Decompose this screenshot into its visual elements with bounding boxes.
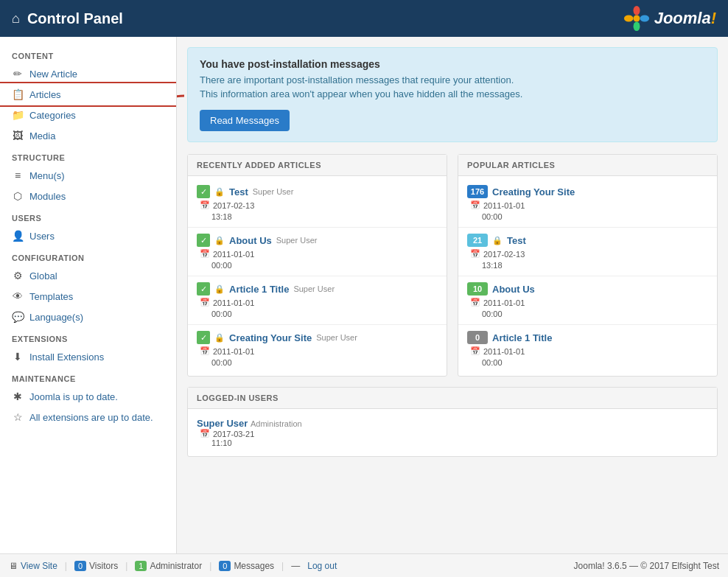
admin-label: Administrator	[150, 561, 202, 571]
article-title[interactable]: About Us	[229, 235, 272, 246]
media-icon: 🖼	[12, 130, 24, 141]
sidebar-label-new-article: New Article	[29, 69, 77, 80]
sidebar-item-articles[interactable]: 📋 Articles	[0, 84, 176, 105]
layout: CONTENT ✏ New Article 📋 Articles 📁 Categ…	[0, 37, 728, 553]
popular-article-date: 2011-01-01	[483, 201, 525, 210]
popular-article-time: 00:00	[482, 358, 708, 367]
joomla-logo: Joomla!	[623, 5, 716, 32]
articles-grid: RECENTLY ADDED ARTICLES ✓ 🔒 Test Super U…	[187, 154, 718, 377]
sidebar-item-templates[interactable]: 👁 Templates	[0, 286, 176, 307]
article-author: Super User	[253, 187, 294, 196]
lock-icon: 🔒	[492, 235, 503, 245]
sidebar-item-extensions-uptodate[interactable]: ☆ All extensions are up to date.	[0, 407, 176, 427]
main-content: You have post-installation messages Ther…	[177, 37, 728, 553]
sidebar-item-joomla-uptodate[interactable]: ✱ Joomla is up to date.	[0, 386, 176, 407]
sidebar-item-categories[interactable]: 📁 Categories	[0, 105, 176, 125]
list-item: 21 🔒 Test 📅 2017-02-13 13:18	[458, 228, 717, 276]
table-row: ✓ 🔒 Creating Your Site Super User 📅 2011…	[188, 325, 447, 373]
popular-article-date: 2011-01-01	[483, 347, 525, 356]
calendar-icon: 📅	[200, 249, 210, 259]
global-icon: ⚙	[12, 270, 24, 281]
logged-user-role: Administration	[251, 419, 302, 428]
logged-user-date: 2017-03-21	[213, 430, 254, 438]
svg-point-2	[640, 15, 649, 22]
sidebar-section-content: CONTENT	[0, 44, 176, 63]
lock-icon: 🔒	[214, 235, 225, 245]
sidebar-label-categories: Categories	[29, 110, 76, 121]
article-author: Super User	[276, 236, 318, 245]
article-author: Super User	[293, 284, 335, 293]
lock-icon: 🔒	[214, 186, 225, 197]
categories-icon: 📁	[12, 109, 24, 121]
sidebar-item-media[interactable]: 🖼 Media	[0, 125, 176, 146]
sidebar-item-modules[interactable]: ⬡ Modules	[0, 186, 176, 206]
calendar-icon: 📅	[470, 346, 480, 356]
logged-user-name: Super User	[197, 418, 248, 429]
popular-article-title[interactable]: Article 1 Title	[492, 332, 552, 343]
sidebar-label-joomla-uptodate: Joomla is up to date.	[29, 391, 118, 402]
sidebar-section-users: USERS	[0, 206, 176, 225]
logged-in-users-header: LOGGED-IN USERS	[188, 388, 717, 409]
sidebar-item-global[interactable]: ⚙ Global	[0, 265, 176, 286]
article-date: 2017-02-13	[213, 201, 254, 210]
banner-title: You have post-installation messages	[200, 58, 705, 70]
red-arrow-annotation	[177, 88, 188, 133]
sidebar-label-languages: Language(s)	[29, 312, 83, 323]
article-title[interactable]: Test	[229, 186, 248, 197]
sidebar-item-menus[interactable]: ≡ Menu(s)	[0, 165, 176, 186]
sidebar-label-media: Media	[29, 130, 55, 141]
messages-count-badge: 0	[219, 561, 231, 571]
view-count-badge: 0	[467, 331, 488, 344]
popular-article-title[interactable]: Creating Your Site	[492, 186, 575, 197]
popular-article-time: 00:00	[482, 212, 708, 221]
header-title: Control Panel	[27, 10, 123, 27]
popular-article-title[interactable]: About Us	[492, 284, 535, 295]
home-icon: ⌂	[12, 11, 20, 27]
recently-added-panel: RECENTLY ADDED ARTICLES ✓ 🔒 Test Super U…	[187, 154, 447, 377]
table-row: ✓ 🔒 About Us Super User 📅 2011-01-01 00:…	[188, 228, 447, 276]
sidebar-item-install-extensions[interactable]: ⬇ Install Extensions	[0, 346, 176, 367]
article-title[interactable]: Article 1 Title	[229, 284, 289, 295]
list-item: 176 Creating Your Site 📅 2011-01-01 00:0…	[458, 179, 717, 228]
joomla-flower-icon	[623, 5, 650, 32]
recently-added-header: RECENTLY ADDED ARTICLES	[188, 155, 447, 176]
sidebar-label-menus: Menu(s)	[29, 170, 65, 181]
sidebar-section-configuration: CONFIGURATION	[0, 246, 176, 265]
view-site-icon: 🖥	[9, 561, 18, 571]
article-date: 2011-01-01	[213, 347, 254, 356]
article-title[interactable]: Creating Your Site	[229, 332, 312, 343]
footer-view-site[interactable]: 🖥 View Site	[9, 561, 57, 571]
list-item: 0 Article 1 Title 📅 2011-01-01 00:00	[458, 325, 717, 373]
logged-in-users-body: Super User Administration 📅 2017-03-21 1…	[188, 409, 717, 456]
sidebar-label-articles: Articles	[29, 89, 61, 100]
popular-article-date: 2017-02-13	[483, 250, 525, 259]
sidebar-label-extensions-uptodate: All extensions are up to date.	[29, 412, 153, 423]
extensions-uptodate-icon: ☆	[12, 411, 24, 423]
joomla-brand-text: Joomla!	[654, 9, 716, 28]
sidebar-item-new-article[interactable]: ✏ New Article	[0, 63, 176, 84]
visitors-label: Visitors	[89, 561, 118, 571]
article-time: 00:00	[211, 358, 438, 367]
article-time: 00:00	[211, 261, 438, 270]
footer-separator-line: —	[291, 561, 300, 571]
sidebar-label-install-extensions: Install Extensions	[29, 352, 104, 363]
banner-line1: There are important post-installation me…	[200, 74, 705, 85]
popular-articles-header: POPULAR ARTICLES	[458, 155, 717, 176]
sidebar-item-languages[interactable]: 💬 Language(s)	[0, 307, 176, 327]
read-messages-button[interactable]: Read Messages	[200, 110, 290, 131]
popular-article-title[interactable]: Test	[507, 235, 526, 246]
popular-article-time: 00:00	[482, 310, 708, 318]
calendar-icon: 📅	[470, 249, 480, 259]
svg-point-3	[633, 22, 640, 32]
footer-version: Joomla! 3.6.5 — © 2017 Elfsight Test	[574, 561, 719, 571]
sidebar-item-users[interactable]: 👤 Users	[0, 225, 176, 246]
logout-link[interactable]: Log out	[307, 561, 337, 571]
footer-visitors: 0 Visitors	[74, 561, 118, 571]
view-site-link[interactable]: View Site	[21, 561, 57, 571]
popular-articles-body: 176 Creating Your Site 📅 2011-01-01 00:0…	[458, 176, 717, 376]
calendar-icon: 📅	[470, 298, 480, 307]
logged-user-time: 11:10	[211, 438, 708, 447]
calendar-icon: 📅	[200, 346, 210, 356]
footer: 🖥 View Site | 0 Visitors | 1 Administrat…	[0, 553, 728, 577]
svg-point-0	[633, 15, 640, 22]
